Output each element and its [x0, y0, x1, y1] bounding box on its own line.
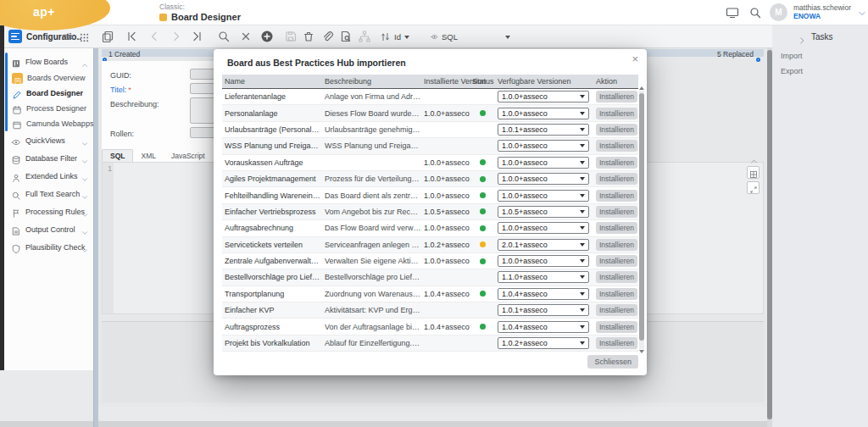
- close-icon[interactable]: ×: [632, 53, 638, 64]
- sidebar-item-process-designer[interactable]: Process Designer: [4, 101, 93, 116]
- chevron-down-icon: [580, 95, 585, 98]
- version-select[interactable]: 1.0.0+asseco: [498, 91, 589, 103]
- selected-version: 1.0.0+asseco: [502, 224, 548, 232]
- view-dropdown[interactable]: SQL: [431, 30, 510, 44]
- panel-divider[interactable]: [93, 48, 98, 427]
- modal-title: Board aus Best Practices Hub importieren: [227, 58, 406, 68]
- version-select[interactable]: 1.0.0+asseco: [498, 173, 589, 185]
- version-select[interactable]: 1.0.0+asseco: [498, 255, 589, 267]
- tasks-header[interactable]: Tasks: [772, 25, 868, 48]
- installieren-button[interactable]: Installieren: [596, 222, 637, 234]
- doc-search-icon[interactable]: [339, 30, 353, 43]
- version-select[interactable]: 1.0.4+asseco: [498, 321, 589, 333]
- nav-prev-icon[interactable]: [147, 30, 161, 43]
- sidebar-item-board-designer[interactable]: Board Designer: [4, 86, 93, 101]
- scrollbar-thumb[interactable]: [767, 50, 772, 419]
- tab-sql[interactable]: SQL: [102, 149, 133, 162]
- tab-xml[interactable]: XML: [133, 150, 163, 162]
- sidebar-item-camunda-webapps[interactable]: Camunda Webapps: [4, 116, 93, 131]
- editor-expand-button[interactable]: [747, 181, 760, 194]
- editor-table-button[interactable]: [747, 166, 760, 179]
- installieren-button[interactable]: Installieren: [596, 271, 637, 283]
- search-list-icon[interactable]: [64, 31, 75, 42]
- version-select[interactable]: 1.0.1+asseco: [498, 304, 589, 316]
- sidebar-item-full-text-search[interactable]: Full Text Search: [4, 185, 93, 202]
- installieren-button[interactable]: Installieren: [596, 108, 637, 119]
- left-edge: [0, 0, 4, 370]
- installieren-button[interactable]: Installieren: [596, 304, 637, 316]
- modal-scrollbar[interactable]: [639, 91, 644, 349]
- scroll-up-icon[interactable]: [639, 86, 644, 90]
- version-select[interactable]: 1.0.0+asseco: [498, 190, 589, 202]
- version-select[interactable]: 1.0.5+asseco: [498, 206, 589, 218]
- version-select[interactable]: 1.0.1+asseco: [498, 124, 589, 136]
- add-icon[interactable]: [260, 30, 274, 43]
- version-select[interactable]: 1.1.0+asseco: [498, 271, 589, 283]
- version-select[interactable]: 2.0.1+asseco: [498, 239, 589, 251]
- sort-icon: [380, 31, 391, 42]
- chevron-right-icon: [798, 33, 806, 42]
- sidebar-item-extended-links[interactable]: Extended Links: [4, 167, 93, 185]
- save-icon[interactable]: [284, 30, 298, 43]
- user-menu[interactable]: M matthias.schewior ENOWA: [770, 3, 867, 21]
- copy-icon[interactable]: [101, 30, 114, 43]
- search-icon[interactable]: [748, 6, 762, 19]
- board-description: Bestellvorschläge pro Lieferant zusam...: [322, 273, 421, 281]
- installieren-button[interactable]: Installieren: [596, 140, 637, 152]
- sidebar-item-plausibility-check[interactable]: Plausibility Check: [4, 238, 93, 256]
- column-status: Status: [470, 77, 495, 86]
- installieren-button[interactable]: Installieren: [596, 124, 637, 136]
- hierarchy-icon[interactable]: [358, 30, 371, 43]
- import-table: NameBeschreibungInstallierte VersionStat…: [222, 75, 638, 352]
- sidebar-item-flow-boards[interactable]: Flow Boards: [4, 53, 93, 70]
- toolbar-search-icon[interactable]: [217, 30, 231, 43]
- installieren-button[interactable]: Installieren: [596, 255, 637, 267]
- chevron-down-icon: [580, 226, 585, 230]
- sidebar-item-boards-overview[interactable]: Boards Overview: [4, 70, 93, 86]
- sidebar-item-processing-rules[interactable]: Processing Rules: [4, 202, 93, 220]
- sidebar-item-database-filter[interactable]: Database Filter: [4, 149, 93, 167]
- paperclip-icon[interactable]: [320, 30, 334, 43]
- trash-icon[interactable]: [302, 30, 315, 43]
- version-select[interactable]: 1.0.2+asseco: [498, 337, 589, 349]
- task-item-import[interactable]: Import: [772, 48, 868, 64]
- collapse-editor-icon[interactable]: [749, 154, 759, 164]
- main-scrollbar[interactable]: [767, 48, 772, 427]
- nav-next-icon[interactable]: [170, 30, 183, 43]
- clear-icon[interactable]: [239, 30, 253, 43]
- installieren-button[interactable]: Installieren: [596, 173, 637, 185]
- installieren-button[interactable]: Installieren: [596, 321, 637, 333]
- installieren-button[interactable]: Installieren: [596, 239, 637, 251]
- task-item-export[interactable]: Export: [772, 64, 868, 79]
- monitor-icon[interactable]: [726, 6, 739, 19]
- scrollbar-thumb[interactable]: [639, 93, 644, 341]
- table-row: Personalanlage Dieses Flow Board wurde e…: [222, 105, 638, 121]
- version-select[interactable]: 1.0.4+asseco: [498, 288, 589, 300]
- tab-javascript[interactable]: JavaScript: [164, 150, 213, 162]
- installieren-button[interactable]: Installieren: [596, 337, 637, 349]
- sidebar-item-output-control[interactable]: Output Control: [4, 220, 93, 238]
- app-color-square-icon: [159, 14, 167, 21]
- version-select[interactable]: 1.0.0+asseco: [498, 157, 589, 169]
- grid-icon[interactable]: [79, 31, 90, 42]
- column-verf-gbare-versionen: Verfügbare Versionen: [495, 77, 593, 86]
- installieren-button[interactable]: Installieren: [596, 206, 637, 218]
- scroll-down-icon[interactable]: [639, 350, 644, 353]
- installieren-button[interactable]: Installieren: [596, 288, 637, 300]
- schliessen-button[interactable]: Schliessen: [587, 355, 638, 369]
- nav-last-icon[interactable]: [190, 30, 203, 43]
- installieren-button[interactable]: Installieren: [596, 157, 637, 169]
- sidebar-item-quickviews[interactable]: QuickViews: [4, 131, 93, 149]
- selected-version: 1.0.0+asseco: [502, 92, 548, 101]
- installieren-button[interactable]: Installieren: [596, 190, 637, 202]
- version-select[interactable]: 1.0.0+asseco: [498, 222, 589, 234]
- version-select[interactable]: 1.0.0+asseco: [498, 108, 589, 119]
- installieren-button[interactable]: Installieren: [596, 91, 637, 103]
- table-row: Urlaubsanträge (Personalwesen) Urlaubsan…: [222, 122, 638, 138]
- configuration-app-icon[interactable]: [8, 30, 22, 43]
- nav-first-icon[interactable]: [125, 30, 139, 43]
- tasks-title: Tasks: [811, 32, 833, 42]
- sort-dropdown[interactable]: Id: [380, 30, 409, 44]
- version-select[interactable]: 1.0.0+asseco: [498, 140, 589, 152]
- table-row: Zentrale Aufgabenverwaltung Verwalten Si…: [222, 253, 638, 269]
